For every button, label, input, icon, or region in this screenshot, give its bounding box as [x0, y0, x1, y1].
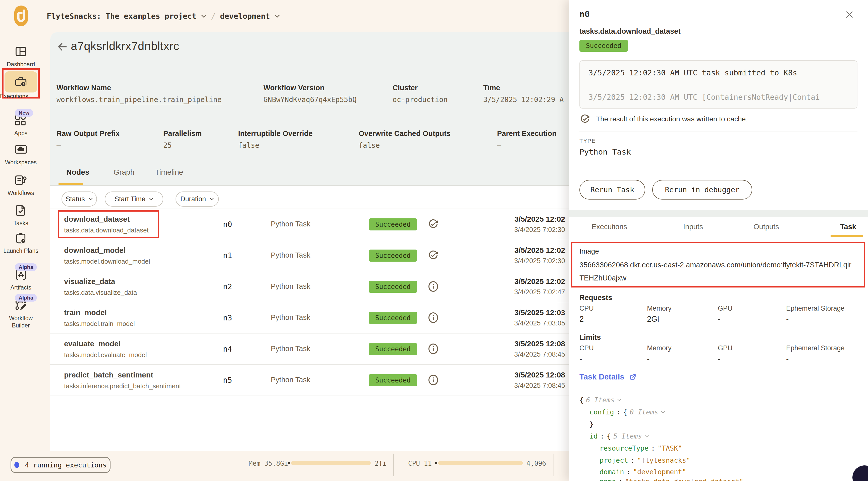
info-icon[interactable] [428, 281, 439, 292]
sidebar-label: Workflow Builder [2, 314, 40, 329]
info-icon[interactable] [428, 374, 439, 386]
task-details-link[interactable]: Task Details [580, 372, 637, 382]
mem-usage-bar [291, 461, 371, 465]
tab-graph[interactable]: Graph [114, 168, 134, 176]
tab-outputs[interactable]: Outputs [753, 223, 779, 231]
sidebar-item-executions[interactable] [4, 71, 37, 92]
status-badge: Succeeded [369, 374, 417, 386]
mem-usage-label: Mem 35.8Gi [249, 460, 288, 467]
node-name[interactable]: visualize_data [64, 277, 115, 286]
meta-label: Parallelism [163, 129, 202, 138]
json-field-clipped: name: "tasks.data.download_dataset" [599, 478, 743, 481]
union-logo-icon[interactable] [14, 5, 28, 26]
sidebar-item-dashboard[interactable]: Dashboard [0, 45, 42, 68]
chevron-down-icon [617, 398, 622, 401]
active-tab-underline [831, 235, 863, 237]
task-id: tasks.data.download_dataset [64, 227, 149, 234]
sidebar-item-workflows[interactable]: Workflows [0, 173, 42, 197]
cpu-max-label: 4,096 [526, 460, 546, 467]
running-dot-icon [14, 462, 19, 468]
meta-label: Raw Output Prefix [57, 129, 120, 138]
breadcrumb-domain[interactable]: development [220, 12, 270, 21]
json-field: resourceType: "TASK" [599, 444, 682, 452]
node-id: n3 [223, 313, 232, 322]
node-name[interactable]: evaluate_model [64, 339, 121, 348]
status-badge: Succeeded [580, 40, 628, 52]
info-icon[interactable] [428, 312, 439, 324]
tab-nodes[interactable]: Nodes [66, 168, 89, 176]
status-badge: Succeeded [369, 312, 417, 324]
cache-check-icon[interactable] [428, 218, 439, 230]
resource-value: - [718, 354, 720, 363]
chevron-down-icon [661, 411, 665, 414]
table-row[interactable]: evaluate_model tasks.model.evaluate_mode… [50, 333, 569, 364]
status-filter[interactable]: Status [62, 191, 97, 207]
chevron-down-icon[interactable] [201, 14, 207, 18]
executions-icon [14, 75, 28, 89]
workflow-name-link[interactable]: workflows.train_pipeline.train_pipeline [57, 95, 221, 104]
running-executions-button[interactable]: 4 running executions [10, 457, 111, 473]
tab-inputs[interactable]: Inputs [683, 223, 703, 231]
node-name[interactable]: download_model [64, 246, 126, 254]
meta-label: Overwrite Cached Outputs [359, 129, 451, 138]
sidebar-label: Artifacts [0, 284, 42, 291]
overwrite-cached-value: false [359, 141, 380, 150]
start-time-filter[interactable]: Start Time [105, 191, 163, 207]
image-value: 356633062068.dkr.ecr.us-east-2.amazonaws… [580, 258, 856, 284]
running-executions-label: 4 running executions [25, 461, 106, 469]
workflow-version-link[interactable]: GNBwYNdKvaq67q4xEp55bQ [264, 95, 356, 104]
type-value: Python Task [580, 147, 631, 156]
json-id-line[interactable]: id: { 5 Items [589, 432, 649, 440]
sidebar-label: Dashboard [0, 61, 42, 68]
table-row[interactable]: download_dataset tasks.data.download_dat… [50, 209, 569, 240]
mem-usage-marker [288, 462, 290, 464]
sidebar-item-launch-plans[interactable]: Launch Plans [0, 232, 42, 254]
dashboard-icon [14, 45, 28, 58]
cache-note-text: The result of this execution was written… [596, 115, 748, 123]
info-icon[interactable] [428, 343, 439, 355]
node-name[interactable]: download_dataset [64, 215, 130, 223]
tab-timeline[interactable]: Timeline [155, 168, 183, 176]
top-bar: FlyteSnacks: The examples project / deve… [0, 0, 569, 32]
resource-header: Memory [647, 305, 672, 312]
sidebar-item-apps[interactable]: New Apps [0, 114, 42, 137]
table-row[interactable]: download_model tasks.model.download_mode… [50, 240, 569, 271]
workflows-icon [14, 173, 28, 187]
table-row[interactable]: train_model tasks.model.train_model n3 P… [50, 302, 569, 333]
time-value: 3/5/2025 12:02:29 A [483, 95, 564, 104]
node-name[interactable]: predict_batch_sentiment [64, 371, 153, 379]
breadcrumb-project[interactable]: FlyteSnacks: The examples project [47, 12, 196, 21]
task-log-box[interactable]: 3/5/2025 12:02:30 AM UTC task submitted … [580, 60, 858, 109]
node-id: n0 [223, 220, 232, 229]
duration-filter[interactable]: Duration [176, 191, 219, 207]
chevron-down-icon[interactable] [275, 14, 280, 18]
json-root-line[interactable]: { 6 Items [580, 396, 622, 404]
tab-executions[interactable]: Executions [591, 223, 627, 231]
sidebar-item-tasks[interactable]: Tasks [0, 204, 42, 227]
sidebar-label: Workflows [0, 189, 42, 197]
cache-check-icon[interactable] [428, 249, 439, 261]
cpu-usage-label: CPU 11 [408, 460, 432, 467]
json-config-line[interactable]: config: { 0 Items [589, 408, 665, 416]
resource-value: - [786, 314, 788, 324]
node-name[interactable]: train_model [64, 308, 107, 317]
sidebar-item-artifacts[interactable]: Alpha Artifacts [0, 268, 42, 291]
external-link-icon [629, 373, 637, 381]
close-icon[interactable] [845, 10, 855, 20]
node-id: n5 [223, 376, 232, 385]
mem-max-label: 2Ti [375, 460, 386, 467]
sidebar-item-workspaces[interactable]: Workspaces [0, 143, 42, 166]
back-button[interactable] [57, 41, 68, 53]
requests-label: Requests [580, 294, 612, 302]
sidebar-item-workflow-builder[interactable]: Alpha Workflow Builder [0, 299, 42, 329]
node-id: n4 [223, 344, 232, 353]
json-field: project: "flytesnacks" [599, 456, 690, 464]
table-row[interactable]: predict_batch_sentiment tasks.inference.… [50, 364, 569, 396]
tab-task[interactable]: Task [840, 223, 856, 231]
rerun-debugger-button[interactable]: Rerun in debugger [652, 180, 752, 200]
json-field: domain: "development" [599, 468, 686, 476]
table-row[interactable]: visualize_data tasks.data.visualize_data… [50, 271, 569, 302]
filter-label: Status [66, 195, 85, 203]
sidebar-label: Executions [0, 93, 42, 100]
rerun-task-button[interactable]: Rerun Task [580, 180, 645, 200]
